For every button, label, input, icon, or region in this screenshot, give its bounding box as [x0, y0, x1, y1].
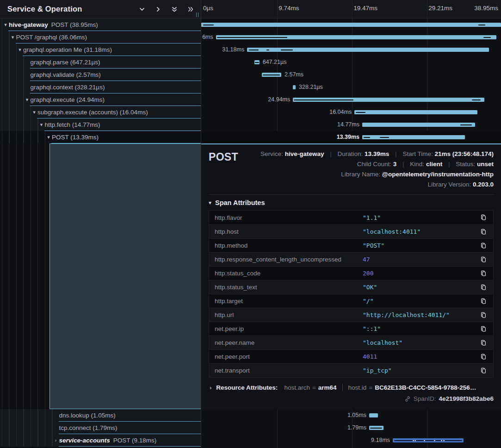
attribute-row: http.flavor "1.1" [209, 211, 493, 224]
span-row-service-accounts-post[interactable]: › service-accounts POST (9.18ms) [0, 434, 201, 447]
chevron-down-icon[interactable]: ▾ [47, 135, 50, 140]
timeline-rows: 6ms 31.18ms 647.21µs 2.57ms 328.21µs 24.… [201, 19, 501, 143]
span-row-hive-gateway-post[interactable]: ▾ hive-gateway POST (38.95ms) [0, 19, 201, 31]
indent-guides [2, 93, 24, 106]
span-bar[interactable] [362, 123, 475, 127]
meta-value: @opentelemetry/instrumentation-http [382, 171, 494, 178]
attribute-value: "http://localhost:4011/" [363, 311, 479, 318]
attribute-row: http.status_text "OK" [209, 280, 493, 294]
copy-icon[interactable] [479, 242, 488, 250]
span-bar[interactable] [369, 426, 383, 430]
span-row-tcp-connect[interactable]: tcp.connect (1.79ms) [0, 422, 201, 434]
indent-guides [2, 68, 24, 81]
chevron-down-icon[interactable]: ▾ [19, 47, 21, 52]
chevron-right-icon[interactable]: › [55, 438, 57, 443]
copy-icon[interactable] [479, 353, 488, 361]
span-label: POST (38.95ms) [51, 21, 98, 28]
copy-icon[interactable] [479, 339, 488, 347]
meta-label: Duration: [337, 150, 363, 157]
meta-label: Library Name: [341, 171, 380, 178]
span-tree-bottom: dns.lookup (1.05ms) tcp.connect (1.79ms)… [0, 409, 201, 447]
copy-icon[interactable] [479, 297, 488, 305]
panel-resize-handle[interactable]: || [196, 12, 199, 17]
span-row-dns-lookup[interactable]: dns.lookup (1.05ms) [0, 409, 201, 422]
span-bar[interactable] [393, 438, 464, 442]
copy-icon[interactable] [479, 269, 488, 278]
tree-panel-header: Service & Operation || [0, 0, 201, 19]
span-label: http.fetch (14.77ms) [45, 121, 100, 128]
bar-row [201, 19, 501, 31]
chevron-down-icon[interactable]: ▾ [4, 22, 7, 27]
span-label: graphql.operation Me (31.18ms) [23, 46, 112, 53]
indent-guides [2, 106, 31, 118]
span-attributes-section-header[interactable]: ▾ Span Attributes [209, 199, 494, 206]
span-id-row: SpanID: 4e21998f3b82abe6 [209, 395, 494, 402]
section-title: Span Attributes [215, 199, 265, 206]
copy-icon[interactable] [479, 228, 488, 236]
resource-key: host.id [348, 384, 367, 391]
chevron-right-icon[interactable]: › [210, 384, 211, 391]
timeline-tick: 38.95ms [474, 5, 498, 12]
link-icon[interactable] [404, 396, 411, 402]
span-id-label: SpanID: [414, 395, 436, 402]
span-detail-panel: POST Service: hive-gateway | Duration: 1… [201, 143, 501, 409]
span-bar[interactable] [254, 60, 260, 64]
meta-separator: | [330, 150, 332, 157]
expand-one-icon[interactable] [153, 4, 164, 15]
collapse-one-icon[interactable] [136, 4, 148, 15]
span-bar[interactable] [201, 23, 501, 27]
span-row-graphql-execute[interactable]: ▾ graphql.execute (24.94ms) [0, 93, 201, 106]
timeline-tick: 0µs [203, 5, 213, 12]
span-row-http-fetch[interactable]: ▾ http.fetch (14.77ms) [0, 118, 201, 131]
span-row-graphql-context[interactable]: graphql.context (328.21µs) [0, 81, 201, 93]
copy-icon[interactable] [479, 283, 488, 292]
span-bar[interactable] [216, 35, 496, 39]
resource-attributes-row[interactable]: › Resource Attributes: host.arch = arm64… [209, 384, 494, 391]
span-bar[interactable] [354, 110, 477, 114]
span-bar[interactable] [247, 48, 489, 52]
span-bar[interactable] [293, 98, 484, 102]
copy-icon[interactable] [479, 213, 488, 222]
bar-row: 14.77ms [201, 118, 501, 131]
chevron-down-icon[interactable]: ▾ [40, 122, 43, 127]
meta-label: Library Version: [427, 181, 471, 188]
copy-icon[interactable] [479, 255, 488, 264]
meta-value: 3 [393, 161, 397, 168]
span-row-graphql-parse[interactable]: graphql.parse (647.21µs) [0, 56, 201, 68]
span-row-graphql-operation[interactable]: ▾ graphql.operation Me (31.18ms) [0, 44, 201, 56]
meta-value: 13.39ms [365, 150, 389, 157]
span-bar[interactable] [362, 135, 465, 139]
chevron-down-icon[interactable]: ▾ [12, 35, 14, 40]
attribute-row: http.response_content_length_uncompresse… [209, 252, 493, 266]
bar-duration-label: 24.94ms [268, 93, 290, 106]
collapse-all-icon[interactable] [169, 4, 180, 15]
timeline-tick: 9.74ms [278, 5, 299, 12]
copy-icon[interactable] [479, 367, 488, 375]
bar-duration-label: 9.18ms [371, 434, 390, 447]
indent-guides [2, 434, 53, 447]
span-row-subgraph-execute[interactable]: ▾ subgraph.execute (accounts) (16.04ms) [0, 106, 201, 118]
bar-duration-label: 1.05ms [347, 409, 366, 422]
attribute-key: net.transport [215, 367, 363, 374]
span-label: subgraph.execute (accounts) (16.04ms) [37, 109, 148, 116]
copy-icon[interactable] [479, 325, 488, 333]
chevron-down-icon[interactable]: ▾ [209, 199, 211, 206]
attribute-row: net.peer.ip "::1" [209, 322, 493, 336]
indent-guides [2, 56, 24, 68]
span-attributes-table: http.flavor "1.1" http.host "localhost:4… [209, 210, 494, 378]
expand-all-icon[interactable] [185, 4, 196, 15]
equals-sign: = [369, 384, 372, 391]
copy-icon[interactable] [479, 311, 488, 319]
resource-key: host.arch [284, 384, 310, 391]
attribute-row: net.peer.name "localhost" [209, 336, 493, 349]
attribute-value: "POST" [363, 242, 479, 249]
span-bar[interactable] [369, 413, 378, 417]
span-bar[interactable] [293, 85, 296, 89]
span-row-post-selected[interactable]: ▾ POST (13.39ms) [0, 131, 201, 143]
span-row-graphql-validate[interactable]: graphql.validate (2.57ms) [0, 68, 201, 81]
span-label: POST /graphql (36.06ms) [16, 34, 87, 41]
chevron-down-icon[interactable]: ▾ [33, 110, 36, 115]
chevron-down-icon[interactable]: ▾ [26, 97, 29, 102]
span-bar[interactable] [262, 73, 281, 77]
span-row-post-graphql[interactable]: ▾ POST /graphql (36.06ms) [0, 31, 201, 44]
